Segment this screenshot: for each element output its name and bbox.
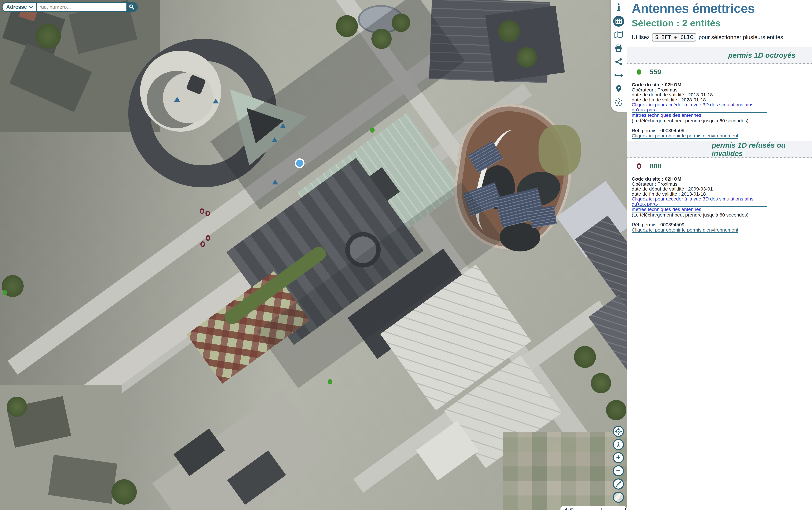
- marker-site-triangle[interactable]: [174, 97, 180, 102]
- scale-tick: [577, 508, 577, 510]
- results-panel: Antennes émettrices Sélection : 2 entité…: [627, 0, 812, 510]
- plus-icon: +: [616, 453, 621, 461]
- minus-icon: −: [616, 467, 621, 474]
- toolbar-basemap-button[interactable]: [611, 28, 627, 41]
- entity-id[interactable]: 808: [650, 162, 661, 170]
- valid-from: date de début de validité : 2009-03-01: [632, 186, 767, 191]
- marker-granted-dot[interactable]: [328, 379, 332, 385]
- scale-label: 50 m: [563, 507, 574, 510]
- marker-site-triangle[interactable]: [213, 98, 219, 103]
- compass-north-icon: N: [615, 441, 622, 448]
- print-icon: [615, 44, 623, 52]
- geolocate-button[interactable]: [613, 426, 624, 437]
- map-toolbar: i: [611, 0, 627, 112]
- permit-ref: Réf. permis : 000394509: [632, 222, 767, 227]
- minimap-icon: [614, 492, 623, 502]
- share-icon: [615, 58, 622, 65]
- zoom-out-button[interactable]: −: [613, 465, 624, 476]
- minimap-toggle-button[interactable]: [613, 491, 624, 503]
- section-header-refused: permis 1D refusés ou invalides: [627, 141, 812, 158]
- antenna-map-app: Adresse i: [0, 0, 812, 510]
- search-button[interactable]: [126, 3, 137, 11]
- site-code: Code du site : 02HOM: [632, 177, 767, 182]
- info-icon: i: [617, 3, 620, 12]
- section-header-granted: permis 1D octroyés: [627, 47, 812, 64]
- address-search-bar: Adresse: [2, 2, 138, 12]
- download-note: (Le téléchargement peut prendre jusqu'à …: [632, 118, 767, 123]
- search-category-select[interactable]: Adresse: [3, 3, 37, 11]
- diagonal-arrows-icon: [615, 481, 622, 487]
- link-3d-view[interactable]: Cliquez ici pour accéder à la vue 3D des…: [632, 102, 767, 113]
- toolbar-info-button[interactable]: i: [611, 0, 627, 14]
- identify-help-icon: ?: [614, 98, 623, 107]
- toolbar-share-button[interactable]: [611, 55, 627, 68]
- marker-granted-dot[interactable]: [3, 290, 7, 295]
- swipe-arrows-icon: [614, 73, 623, 78]
- download-note: (Le téléchargement peut prendre jusqu'à …: [632, 212, 767, 217]
- compass-button[interactable]: N: [613, 439, 624, 450]
- marker-refused-ring[interactable]: [200, 241, 205, 247]
- link-environment-permit[interactable]: Cliquez ici pour obtenir le permis d'env…: [632, 133, 738, 139]
- diagonal-resize-button[interactable]: [613, 478, 624, 489]
- marker-site-triangle[interactable]: [272, 179, 278, 184]
- marker-refused-ring[interactable]: [200, 208, 204, 214]
- entity-details: Code du site : 02HOM Opérateur : Proximu…: [632, 177, 767, 233]
- geolocate-icon: [615, 428, 622, 435]
- link-3d-view[interactable]: Cliquez ici pour accéder à la vue 3D des…: [632, 197, 767, 207]
- marker-site-triangle[interactable]: [280, 123, 286, 128]
- toolbar-locate-button[interactable]: [611, 82, 627, 95]
- marker-site-triangle[interactable]: [272, 137, 278, 142]
- selection-count: Sélection : 2 entités: [632, 18, 809, 28]
- operator: Opérateur : Proximus: [632, 87, 767, 92]
- valid-to: date de fin de validité : 2028-01-18: [632, 97, 767, 102]
- selection-instruction: Utilisez SHIFT + CLIC pour sélectionner …: [632, 33, 809, 41]
- entity-id[interactable]: 559: [649, 68, 661, 76]
- scale-tick: [625, 508, 626, 510]
- permit-ref: Réf. permis : 000394509: [632, 128, 767, 133]
- scale-tick: [602, 508, 602, 510]
- link-environment-permit[interactable]: Cliquez ici pour obtenir le permis d'env…: [632, 228, 738, 233]
- scale-bar: 50 m: [560, 506, 627, 510]
- site-code: Code du site : 02HOM: [632, 82, 767, 87]
- location-pin-icon: [615, 85, 622, 93]
- search-category-label: Adresse: [6, 4, 27, 10]
- entity-row[interactable]: 559: [627, 67, 812, 77]
- marker-selected[interactable]: [295, 158, 304, 168]
- aerial-map-canvas[interactable]: Adresse i: [0, 0, 627, 510]
- instruction-prefix: Utilisez: [632, 34, 649, 40]
- pixelated-mosaic: [503, 432, 627, 510]
- data-table-icon: [613, 16, 624, 27]
- folded-map-icon: [614, 31, 623, 38]
- valid-from: date de début de validité : 2013-01-18: [632, 92, 767, 97]
- map-view-controls: N + −: [613, 426, 624, 503]
- valid-to: date de fin de validité : 2013-01-18: [632, 191, 767, 197]
- link-3d-view[interactable]: mètres techniques des antennes: [632, 207, 701, 212]
- link-3d-view[interactable]: mètres techniques des antennes: [632, 113, 701, 118]
- entity-details: Code du site : 02HOM Opérateur : Proximu…: [632, 82, 767, 139]
- page-title: Antennes émettrices: [632, 1, 809, 16]
- marker-refused-ring[interactable]: [205, 211, 210, 216]
- marker-granted-dot[interactable]: [370, 127, 375, 133]
- instruction-suffix: pour sélectionner plusieurs entités.: [699, 34, 785, 40]
- toolbar-print-button[interactable]: [611, 41, 627, 55]
- toolbar-swipe-button[interactable]: [611, 68, 627, 82]
- refused-ring-icon: [637, 163, 641, 169]
- search-input[interactable]: [37, 3, 126, 11]
- entity-row[interactable]: 808: [627, 161, 812, 171]
- operator: Opérateur : Proximus: [632, 182, 767, 187]
- shift-click-kbd: SHIFT + CLIC: [652, 33, 696, 41]
- svg-text:?: ?: [617, 100, 620, 105]
- toolbar-identify-button[interactable]: ?: [611, 95, 627, 109]
- search-icon: [128, 4, 135, 10]
- chevron-down-icon: [29, 6, 33, 8]
- granted-dot-icon: [637, 69, 641, 74]
- toolbar-data-table-button[interactable]: [611, 14, 627, 28]
- zoom-in-button[interactable]: +: [613, 452, 624, 463]
- marker-refused-ring[interactable]: [206, 235, 210, 241]
